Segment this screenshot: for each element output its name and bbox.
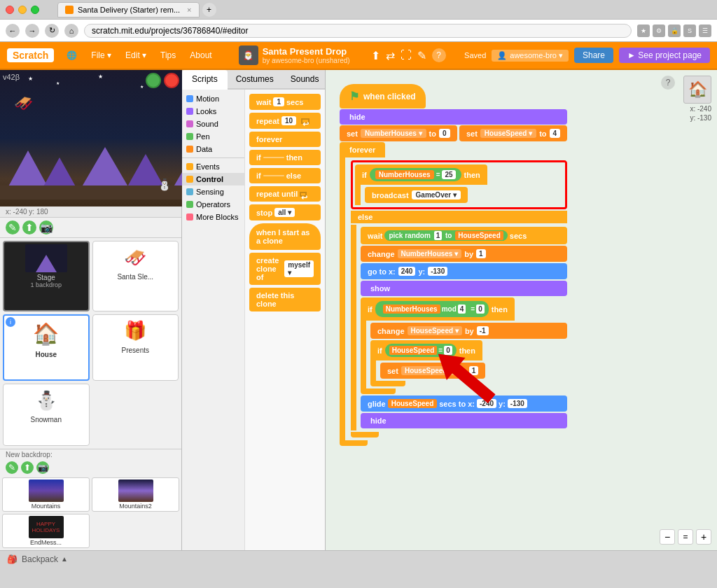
- block-set-housespeed[interactable]: set HouseSpeed ▾ to 4: [459, 125, 567, 141]
- maximize-window-button[interactable]: [31, 6, 39, 14]
- backpack-bar[interactable]: 🎒 Backpack ▲: [0, 550, 717, 567]
- block-if-else[interactable]: if else: [249, 168, 321, 183]
- category-motion[interactable]: Motion: [182, 92, 244, 105]
- user-menu[interactable]: 👤 awesome-bro ▾: [492, 50, 569, 62]
- block-change-numberhouses[interactable]: change NumberHouses ▾ by 1: [361, 246, 567, 262]
- santa-sprite-item[interactable]: 🛷 Santa Sle...: [92, 241, 179, 312]
- ext-icon-3[interactable]: S: [683, 24, 696, 37]
- nav-globe-icon[interactable]: 🌐: [61, 48, 83, 63]
- zoom-reset-button[interactable]: =: [678, 529, 693, 545]
- block-repeat-until[interactable]: repeat until ↩: [249, 186, 321, 202]
- home-button[interactable]: ⌂: [64, 24, 78, 38]
- block-create-clone-dropdown[interactable]: myself ▾: [284, 260, 314, 277]
- bookmark-icon[interactable]: ★: [637, 24, 650, 37]
- fullscreen-icon[interactable]: ⛶: [401, 49, 412, 62]
- nav-about[interactable]: About: [184, 48, 217, 63]
- mountains-backdrop[interactable]: Mountains: [2, 477, 90, 512]
- block-wait[interactable]: wait 1 secs: [249, 94, 321, 110]
- tab-close-icon[interactable]: ×: [187, 6, 191, 14]
- numberhouses-var[interactable]: NumberHouses ▾: [361, 129, 426, 138]
- block-stop-dropdown[interactable]: all ▾: [274, 208, 295, 217]
- close-window-button[interactable]: [6, 6, 14, 14]
- house-sprite-item[interactable]: i 🏠 House: [3, 314, 90, 382]
- tab-sounds[interactable]: Sounds: [282, 70, 328, 88]
- share-button[interactable]: Share: [574, 48, 613, 63]
- ext-icon-1[interactable]: ⚙: [653, 24, 665, 37]
- category-pen[interactable]: Pen: [182, 130, 244, 143]
- block-when-flag-clicked[interactable]: ⚑ when clicked: [340, 84, 426, 108]
- zoom-out-button[interactable]: −: [660, 529, 675, 545]
- nav-file-menu[interactable]: File ▾: [85, 48, 117, 63]
- if-numberhouses-25-highlight[interactable]: if NumberHouses = 25 then: [351, 160, 567, 209]
- new-backdrop-camera[interactable]: 📷: [36, 461, 49, 474]
- new-tab-button[interactable]: +: [202, 3, 216, 17]
- block-when-clone[interactable]: when I start as a clone: [249, 223, 321, 250]
- housespeed-value[interactable]: 4: [550, 129, 561, 138]
- camera-sprite-button[interactable]: 📷: [39, 220, 53, 234]
- block-hide-1[interactable]: hide: [340, 109, 567, 125]
- block-repeat-input[interactable]: 10: [281, 116, 296, 125]
- category-operators[interactable]: Operators: [182, 198, 244, 211]
- change-hs-var[interactable]: HouseSpeed ▾: [408, 326, 462, 335]
- stop-button[interactable]: [164, 73, 179, 88]
- block-wait-input[interactable]: 1: [273, 97, 284, 106]
- broadcast-gameover-dropdown[interactable]: GameOver ▾: [412, 190, 461, 200]
- scratch-logo[interactable]: Scratch: [7, 48, 54, 62]
- presents-sprite-item[interactable]: 🎁 Presents: [92, 314, 179, 382]
- edit-icon[interactable]: ✎: [417, 49, 426, 62]
- category-events[interactable]: Events: [182, 160, 244, 173]
- block-repeat[interactable]: repeat 10 ↩: [249, 113, 321, 129]
- tab-costumes[interactable]: Costumes: [228, 70, 282, 88]
- block-forever-wrap[interactable]: forever if NumberHouses = 25: [340, 142, 567, 446]
- category-control[interactable]: Control: [182, 173, 244, 186]
- category-more[interactable]: More Blocks: [182, 211, 244, 223]
- block-delete-clone[interactable]: delete this clone: [249, 288, 321, 312]
- sprite-info-badge[interactable]: i: [6, 317, 15, 327]
- refresh-button[interactable]: ↻: [45, 24, 59, 38]
- swap-icon[interactable]: ⇄: [386, 49, 395, 62]
- new-backdrop-upload[interactable]: ⬆: [21, 461, 34, 474]
- housespeed-var[interactable]: HouseSpeed ▾: [480, 129, 536, 138]
- import-sprite-button[interactable]: ⬆: [22, 220, 36, 234]
- address-input[interactable]: [84, 24, 632, 38]
- nav-edit-menu[interactable]: Edit ▾: [120, 48, 152, 63]
- block-show[interactable]: show: [361, 281, 567, 296]
- forward-button[interactable]: →: [25, 24, 39, 38]
- block-wait-pick-random[interactable]: wait pick random 1 to HouseSpeed secs: [361, 227, 567, 244]
- change-nh-var[interactable]: NumberHouses ▾: [398, 249, 462, 258]
- browser-tab[interactable]: Santa Delivery (Starter) rem... ×: [57, 2, 200, 18]
- block-broadcast[interactable]: broadcast GameOver ▾: [365, 187, 468, 203]
- ext-icon-2[interactable]: 🔒: [668, 24, 681, 37]
- tab-scripts[interactable]: Scripts: [182, 70, 228, 90]
- new-backdrop-paint[interactable]: ✎: [6, 461, 18, 474]
- zoom-in-button[interactable]: +: [696, 529, 711, 545]
- menu-icon[interactable]: ☰: [699, 24, 711, 37]
- help-button-code[interactable]: ?: [661, 76, 675, 90]
- condition-numberhouses-25[interactable]: NumberHouses = 25: [370, 168, 461, 181]
- category-sensing[interactable]: Sensing: [182, 186, 244, 198]
- block-create-clone[interactable]: create clone of myself ▾: [249, 253, 321, 285]
- block-forever[interactable]: forever: [249, 132, 321, 147]
- numberhouses-value[interactable]: 0: [439, 129, 450, 138]
- mountains2-backdrop[interactable]: Mountains2: [92, 477, 179, 512]
- category-looks[interactable]: Looks: [182, 105, 244, 118]
- upload-icon[interactable]: ⬆: [371, 49, 380, 62]
- block-change-housespeed[interactable]: change HouseSpeed ▾ by -1: [370, 323, 567, 339]
- block-go-to[interactable]: go to x: 240 y: -130: [361, 263, 567, 279]
- stage-sprite-item[interactable]: Stage 1 backdrop: [3, 241, 90, 312]
- block-set-numberhouses[interactable]: set NumberHouses ▾ to 0: [340, 125, 457, 141]
- green-flag-button[interactable]: [146, 73, 161, 88]
- see-project-button[interactable]: ► See project page: [619, 48, 710, 63]
- block-if-then[interactable]: if then: [249, 150, 321, 165]
- new-sprite-button[interactable]: ✎: [6, 220, 20, 234]
- back-button[interactable]: ←: [6, 24, 20, 38]
- house-sprite-icon[interactable]: 🏠: [683, 76, 711, 104]
- endmessage-backdrop[interactable]: HAPPY HOLIDAYS EndMess...: [2, 514, 90, 548]
- category-data[interactable]: Data: [182, 143, 244, 155]
- block-hide-2[interactable]: hide: [361, 413, 567, 428]
- minimize-window-button[interactable]: [18, 6, 27, 14]
- nav-tips[interactable]: Tips: [155, 48, 181, 63]
- help-icon[interactable]: ?: [432, 48, 446, 62]
- block-stop[interactable]: stop all ▾: [249, 204, 321, 220]
- category-sound[interactable]: Sound: [182, 118, 244, 130]
